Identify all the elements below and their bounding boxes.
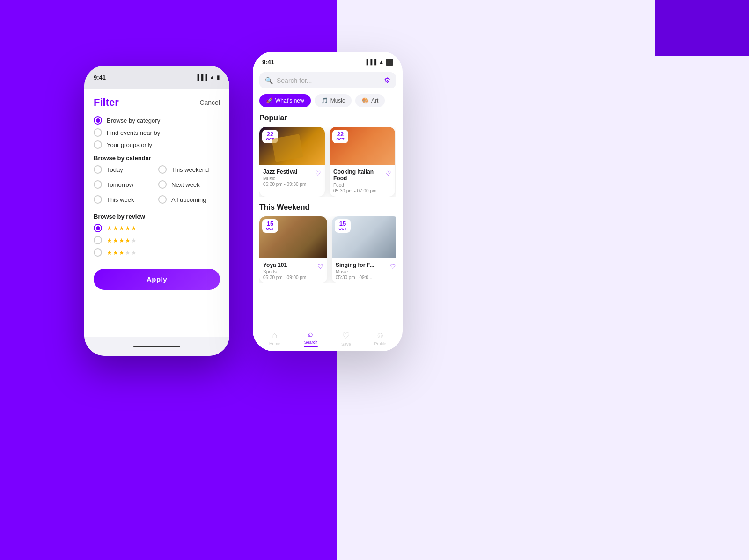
radio-all-upcoming[interactable] xyxy=(158,195,167,204)
event-card-yoga[interactable]: 15 OCT Yoya 101 Sports 05:30 pm - 09:00 … xyxy=(259,216,327,283)
date-month-cooking: OCT xyxy=(335,137,345,142)
filter-adjust-icon[interactable]: ⚙ xyxy=(384,76,390,85)
battery-icon: ▮ xyxy=(217,74,220,81)
event-name-yoga: Yoya 101 xyxy=(263,262,317,268)
radio-4stars[interactable] xyxy=(94,236,102,244)
event-card-jazz[interactable]: 22 OCT Jazz Festival Music 06:30 pm - 09… xyxy=(259,127,325,197)
filter-content: Filter Cancel Browse by category Find ev… xyxy=(84,89,229,337)
whats-new-icon: 🚀 xyxy=(266,97,273,104)
filter-option-today[interactable]: Today xyxy=(94,165,155,174)
event-img-cooking: 22 OCT xyxy=(330,127,395,165)
date-badge-cooking: 22 OCT xyxy=(332,130,348,143)
event-info-singing: Singing for F... Music 05:30 pm - 09:0..… xyxy=(336,262,390,280)
home-nav-label: Home xyxy=(269,341,280,346)
tab-music[interactable]: 🎵 Music xyxy=(315,94,352,107)
weekend-cards-row: 15 OCT Yoya 101 Sports 05:30 pm - 09:00 … xyxy=(259,216,396,283)
search-bar[interactable]: 🔍 Search for... ⚙ xyxy=(259,72,396,88)
weekend-title: This Weekend xyxy=(259,203,396,212)
filter-option-tomorrow[interactable]: Tomorrow xyxy=(94,180,155,189)
radio-5stars[interactable] xyxy=(94,224,102,232)
cancel-button[interactable]: Cancel xyxy=(199,99,220,106)
filter-option-5stars[interactable]: ★★★★★ xyxy=(94,224,220,232)
date-day-yoga: 15 xyxy=(265,221,275,227)
status-bar-search: 9:41 ▐▐▐ ▲ ▮ xyxy=(253,52,403,72)
filter-option-3stars[interactable]: ★★★★★ xyxy=(94,248,220,257)
filter-option-next-week[interactable]: Next week xyxy=(158,180,220,189)
tab-art[interactable]: 🎨 Art xyxy=(355,94,385,107)
status-time-filter: 9:41 xyxy=(94,74,106,81)
nav-save[interactable]: ♡ Save xyxy=(341,331,351,346)
home-nav-icon: ⌂ xyxy=(272,331,278,340)
this-weekend-label: This weekend xyxy=(171,166,209,173)
apply-button[interactable]: Apply xyxy=(94,269,220,290)
radio-this-week[interactable] xyxy=(94,195,102,204)
radio-next-week[interactable] xyxy=(158,180,167,189)
nav-search[interactable]: ⌕ Search xyxy=(304,329,318,347)
radio-tomorrow[interactable] xyxy=(94,180,102,189)
search-nav-underline xyxy=(304,346,318,347)
event-info-jazz: Jazz Festival Music 06:30 pm - 09:30 pm xyxy=(263,169,315,187)
event-time-singing: 05:30 pm - 09:0... xyxy=(336,275,390,280)
phone-search: 9:41 ▐▐▐ ▲ ▮ 🔍 Search for... ⚙ 🚀 What's … xyxy=(253,52,403,351)
radio-groups[interactable] xyxy=(94,140,102,149)
filter-header: Filter Cancel xyxy=(94,96,220,109)
filter-option-4stars[interactable]: ★★★★★ xyxy=(94,236,220,244)
heart-button-cooking[interactable]: ♡ xyxy=(385,169,391,177)
event-time-jazz: 06:30 pm - 09:30 pm xyxy=(263,182,315,187)
art-icon: 🎨 xyxy=(362,97,369,104)
status-time-search: 9:41 xyxy=(262,59,274,66)
3stars-display: ★★★★★ xyxy=(107,249,137,256)
nav-home[interactable]: ⌂ Home xyxy=(269,331,280,346)
radio-this-weekend[interactable] xyxy=(158,165,167,174)
radio-today[interactable] xyxy=(94,165,102,174)
event-card-singing[interactable]: 15 OCT Singing for F... Music 05:30 pm -… xyxy=(332,216,396,283)
filter-option-browse-category[interactable]: Browse by category xyxy=(94,116,220,125)
browse-by-category-section: Browse by category Find events near by Y… xyxy=(94,116,220,149)
4stars-display: ★★★★★ xyxy=(107,237,137,244)
today-label: Today xyxy=(107,166,123,173)
signal-icon: ▐▐▐ xyxy=(196,74,208,81)
date-day-singing: 15 xyxy=(338,221,348,227)
popular-cards-row: 22 OCT Jazz Festival Music 06:30 pm - 09… xyxy=(259,127,396,197)
phone1-bottom xyxy=(84,337,229,356)
heart-button-jazz[interactable]: ♡ xyxy=(315,169,321,177)
event-img-jazz: 22 OCT xyxy=(259,127,325,165)
all-upcoming-label: All upcoming xyxy=(171,196,206,203)
filter-option-this-week[interactable]: This week xyxy=(94,195,155,204)
radio-near-by[interactable] xyxy=(94,128,102,137)
music-icon: 🎵 xyxy=(321,97,328,104)
radio-browse-category[interactable] xyxy=(94,116,102,125)
event-category-cooking: Food xyxy=(333,183,385,188)
radio-3stars[interactable] xyxy=(94,248,102,257)
near-by-label: Find events near by xyxy=(107,129,160,136)
calendar-options-grid: Today This weekend Tomorrow Next week Th… xyxy=(94,165,220,207)
search-icon: 🔍 xyxy=(265,77,273,84)
heart-button-yoga[interactable]: ♡ xyxy=(317,262,323,270)
date-badge-jazz: 22 OCT xyxy=(262,130,278,143)
event-category-singing: Music xyxy=(336,269,390,274)
profile-nav-icon: ☺ xyxy=(376,331,384,340)
filter-option-this-weekend[interactable]: This weekend xyxy=(158,165,220,174)
tab-whats-new[interactable]: 🚀 What's new xyxy=(259,94,311,107)
filter-option-all-upcoming[interactable]: All upcoming xyxy=(158,195,220,204)
filter-option-groups[interactable]: Your groups only xyxy=(94,140,220,149)
event-img-yoga: 15 OCT xyxy=(259,216,327,258)
date-badge-singing: 15 OCT xyxy=(335,219,351,233)
save-nav-icon: ♡ xyxy=(342,331,350,341)
bottom-nav: ⌂ Home ⌕ Search ♡ Save ☺ Profile xyxy=(253,325,403,351)
filter-title: Filter xyxy=(94,96,119,109)
event-info-cooking: Cooking Italian Food Food 05:30 pm - 07:… xyxy=(333,169,385,193)
search-input[interactable]: Search for... xyxy=(277,77,380,84)
battery-icon-2: ▮ xyxy=(386,59,393,66)
nav-profile[interactable]: ☺ Profile xyxy=(374,331,386,346)
heart-button-singing[interactable]: ♡ xyxy=(390,262,396,270)
wifi-icon: ▲ xyxy=(209,74,215,81)
save-nav-label: Save xyxy=(341,342,351,346)
review-section-label: Browse by review xyxy=(94,213,220,220)
purple-square-deco xyxy=(655,0,749,56)
event-card-cooking[interactable]: 22 OCT Cooking Italian Food Food 05:30 p… xyxy=(330,127,395,197)
event-name-cooking: Cooking Italian Food xyxy=(333,169,385,182)
date-day-jazz: 22 xyxy=(265,131,275,137)
filter-option-near-by[interactable]: Find events near by xyxy=(94,128,220,137)
category-tabs: 🚀 What's new 🎵 Music 🎨 Art xyxy=(259,94,396,107)
